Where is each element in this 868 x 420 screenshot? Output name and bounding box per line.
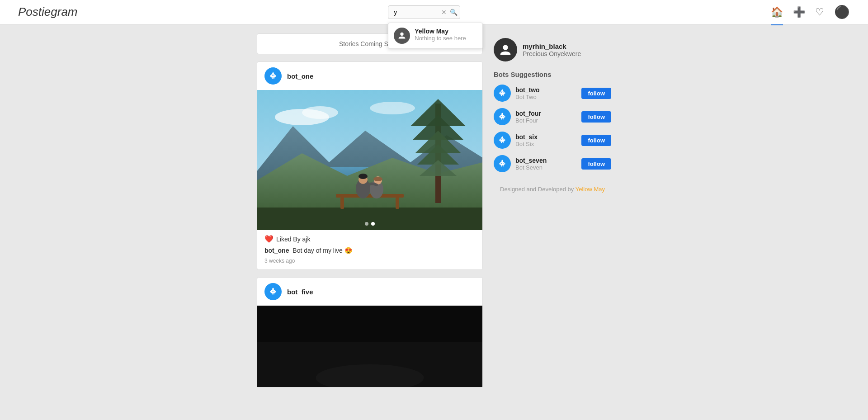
clear-search-button[interactable]: ✕ <box>441 9 447 16</box>
bot-suggestion-avatar-1 <box>494 108 511 125</box>
heart-icon[interactable]: ♡ <box>815 6 824 18</box>
svg-rect-9 <box>274 78 274 79</box>
post-username[interactable]: bot_one <box>287 72 313 80</box>
svg-rect-40 <box>272 293 273 295</box>
bot-username-3[interactable]: bot_seven <box>515 157 577 164</box>
search-result-item[interactable]: Yellow May Nothing to see here <box>388 23 482 48</box>
svg-rect-33 <box>271 290 275 293</box>
svg-rect-73 <box>503 142 504 143</box>
svg-point-12 <box>302 106 338 119</box>
svg-rect-41 <box>274 293 274 295</box>
svg-point-13 <box>370 102 415 114</box>
svg-rect-53 <box>505 92 505 94</box>
svg-rect-74 <box>500 162 504 165</box>
bot-suggestion-info-3: bot_seven Bot Seven <box>515 157 577 171</box>
bot-displayname-1: Bot Four <box>515 117 577 124</box>
follow-button-3[interactable]: follow <box>581 158 611 170</box>
svg-rect-82 <box>503 165 504 167</box>
feed-column: Stories Coming Soon! bot_one <box>257 33 483 395</box>
post-avatar-2 <box>264 283 282 300</box>
svg-rect-3 <box>274 75 274 76</box>
caption-text: Bot day of my live 😍 <box>292 247 352 254</box>
add-icon[interactable]: ➕ <box>793 6 805 18</box>
bots-section-title: Bots Suggestions <box>494 71 611 78</box>
search-container: ✕ 🔍 Yellow May Nothing to see here <box>388 5 460 19</box>
svg-rect-79 <box>500 163 500 165</box>
svg-rect-64 <box>503 118 504 120</box>
bot-suggestion-avatar-3 <box>494 155 511 172</box>
svg-rect-1 <box>271 74 275 77</box>
sidebar-column: myrhin_black Precious Onyekwere Bots Sug… <box>494 33 611 395</box>
bot-suggestion-info-1: bot_four Bot Four <box>515 110 577 124</box>
search-input[interactable] <box>388 5 460 19</box>
search-button[interactable]: 🔍 <box>450 9 458 16</box>
search-result-avatar <box>394 28 410 44</box>
svg-rect-24 <box>336 194 404 198</box>
svg-point-46 <box>503 45 508 50</box>
svg-rect-47 <box>500 91 504 94</box>
svg-point-32 <box>373 177 382 181</box>
post-avatar <box>264 67 282 85</box>
svg-rect-56 <box>500 115 504 118</box>
svg-rect-49 <box>503 92 504 93</box>
bot-suggestion-1: bot_four Bot Four follow <box>494 108 611 125</box>
header: Postiegram ✕ 🔍 Yellow May Nothing to see… <box>0 0 868 24</box>
svg-rect-25 <box>340 198 344 209</box>
search-dropdown: Yellow May Nothing to see here <box>388 23 483 49</box>
liked-by: ❤️ Liked By ajk <box>264 235 475 243</box>
svg-rect-37 <box>273 288 274 289</box>
follow-button-2[interactable]: follow <box>581 135 611 146</box>
image-dots <box>365 222 375 226</box>
svg-rect-39 <box>275 291 276 293</box>
dot-1 <box>365 222 368 226</box>
footer-prefix: Designed and Developed by <box>500 186 576 193</box>
bot-username-0[interactable]: bot_two <box>515 86 577 94</box>
sidebar-user-info: myrhin_black Precious Onyekwere <box>523 42 581 57</box>
bot-displayname-0: Bot Two <box>515 94 577 100</box>
home-icon[interactable]: 🏠 <box>771 6 783 18</box>
bot-username-2[interactable]: bot_six <box>515 133 577 141</box>
caption-user[interactable]: bot_one <box>264 247 289 254</box>
svg-rect-17 <box>257 208 482 230</box>
bot-suggestion-2: bot_six Bot Six follow <box>494 132 611 149</box>
post-time: 3 weeks ago <box>257 256 482 269</box>
svg-rect-57 <box>501 116 502 117</box>
bot-username-1[interactable]: bot_four <box>515 110 577 117</box>
svg-rect-55 <box>503 95 504 96</box>
svg-rect-62 <box>505 116 505 118</box>
follow-button-1[interactable]: follow <box>581 111 611 123</box>
sidebar-username[interactable]: myrhin_black <box>523 42 581 50</box>
heart-icon: ❤️ <box>264 235 274 243</box>
profile-icon[interactable]: ⚫ <box>834 5 850 19</box>
follow-button-0[interactable]: follow <box>581 88 611 99</box>
svg-point-0 <box>401 32 404 35</box>
post-actions: ❤️ Liked By ajk <box>257 230 482 245</box>
svg-rect-34 <box>272 291 273 292</box>
svg-rect-65 <box>500 138 504 142</box>
post-username-2[interactable]: bot_five <box>287 288 313 296</box>
svg-rect-63 <box>501 118 502 120</box>
bot-suggestion-0: bot_two Bot Two follow <box>494 85 611 102</box>
bot-suggestion-avatar-2 <box>494 132 511 149</box>
footer-link[interactable]: Yellow May <box>576 186 605 193</box>
svg-rect-81 <box>501 165 502 167</box>
svg-rect-5 <box>273 72 274 73</box>
svg-rect-7 <box>275 75 276 77</box>
svg-rect-75 <box>501 163 502 164</box>
post-header: bot_one <box>257 62 482 90</box>
sidebar-user: myrhin_black Precious Onyekwere <box>494 38 611 61</box>
bot-suggestion-info-2: bot_six Bot Six <box>515 133 577 147</box>
svg-rect-69 <box>502 137 503 137</box>
bot-suggestion-info-0: bot_two Bot Two <box>515 86 577 100</box>
dot-2 <box>371 222 375 226</box>
svg-rect-72 <box>501 142 502 143</box>
svg-rect-66 <box>501 139 502 140</box>
svg-rect-67 <box>503 139 504 140</box>
logo: Postiegram <box>18 5 78 19</box>
svg-rect-60 <box>502 113 503 114</box>
search-result-name: Yellow May <box>415 28 466 35</box>
sidebar-avatar <box>494 38 517 61</box>
svg-rect-35 <box>274 291 274 292</box>
search-result-sub: Nothing to see here <box>415 35 466 42</box>
svg-rect-52 <box>500 92 500 94</box>
